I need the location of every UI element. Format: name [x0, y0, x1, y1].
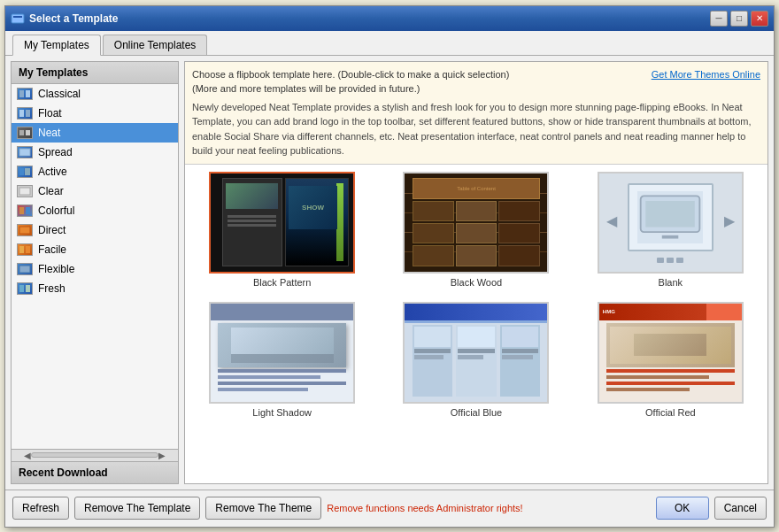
refresh-button[interactable]: Refresh [12, 497, 69, 520]
ob-header-accent [405, 320, 547, 323]
title-buttons: ─ □ ✕ [710, 11, 768, 27]
ob-line1 [414, 349, 451, 353]
or-t3 [606, 382, 735, 385]
ls-header [211, 304, 353, 321]
ls-t1 [218, 369, 346, 373]
thumb-inner-blank: ◀ ▶ [599, 173, 742, 272]
blank-arrow-left: ◀ [606, 212, 617, 229]
ls-t3 [218, 382, 346, 385]
svg-rect-3 [26, 90, 30, 97]
bw-cell4 [413, 223, 454, 243]
bp-line2 [228, 220, 276, 222]
list-item-fresh[interactable]: Fresh [12, 279, 178, 298]
ls-t4 [218, 388, 307, 391]
bp-page-left [222, 178, 282, 266]
svg-rect-13 [26, 207, 30, 214]
svg-rect-5 [26, 110, 30, 117]
tab-online-templates[interactable]: Online Templates [103, 35, 208, 55]
bp-lines [226, 213, 278, 261]
left-panel: My Templates Classical Float [11, 61, 179, 484]
scroll-right[interactable]: ▶ [158, 451, 166, 460]
bw-cell1 [413, 201, 454, 221]
close-button[interactable]: ✕ [751, 11, 768, 27]
get-more-themes-link[interactable]: Get More Themes Online [652, 67, 760, 96]
svg-rect-7 [26, 130, 30, 135]
list-icon-active [17, 166, 33, 178]
template-label-blank: Blank [659, 277, 683, 288]
ob-img2 [458, 327, 495, 347]
list-item-spread[interactable]: Spread [12, 143, 178, 162]
bp-person [226, 183, 278, 209]
or-t4 [606, 388, 690, 391]
ob-col3 [500, 325, 541, 397]
ob-header [405, 304, 547, 323]
ls-main-img [218, 323, 346, 367]
svg-rect-0 [12, 14, 24, 23]
svg-rect-18 [19, 285, 24, 292]
info-box-top: Choose a flipbook template here. (Double… [192, 67, 760, 96]
list-icon-direct [17, 224, 33, 236]
list-item-colorful[interactable]: Colorful [12, 201, 178, 220]
template-label-light-shadow: Light Shadow [252, 407, 312, 418]
template-thumb-official-red: HMG [598, 302, 744, 404]
ob-line3 [458, 349, 495, 353]
template-card-blank[interactable]: ◀ ▶ [581, 172, 760, 288]
or-header-right [706, 304, 742, 321]
scroll-left[interactable]: ◀ [24, 451, 31, 460]
tab-my-templates[interactable]: My Templates [12, 35, 101, 56]
template-thumb-official-blue [403, 302, 549, 404]
list-icon-facile [17, 243, 33, 256]
thumb-inner-bp: SHOW [211, 173, 353, 272]
bp-line3 [228, 224, 276, 227]
title-bar: Select a Template ─ □ ✕ [5, 6, 774, 31]
or-logo: HMG [603, 309, 615, 314]
bw-cell9 [498, 245, 540, 266]
warning-text: Remove functions needs Administrator rig… [327, 503, 650, 513]
template-card-official-blue[interactable]: Official Blue [386, 302, 566, 418]
list-item-neat[interactable]: Neat [12, 123, 178, 143]
svg-rect-12 [19, 207, 24, 214]
left-panel-header: My Templates [12, 62, 178, 84]
blank-tb3 [676, 258, 683, 263]
or-inner-img [610, 327, 731, 364]
cancel-button[interactable]: Cancel [714, 497, 767, 520]
maximize-button[interactable]: □ [730, 11, 748, 27]
template-card-light-shadow[interactable]: Light Shadow [192, 302, 372, 418]
list-label-colorful: Colorful [38, 204, 74, 217]
template-card-black-pattern[interactable]: SHOW Black Pattern [192, 172, 372, 288]
list-item-classical[interactable]: Classical [12, 84, 178, 104]
ok-button[interactable]: OK [656, 497, 709, 520]
template-label-black-wood: Black Wood [451, 277, 503, 288]
list-label-classical: Classical [38, 88, 81, 100]
template-label-official-red: Official Red [645, 407, 696, 418]
svg-rect-19 [26, 285, 30, 292]
template-card-black-wood[interactable]: Table of Content [386, 172, 566, 288]
ls-t2 [218, 375, 320, 379]
list-label-flexible: Flexible [38, 263, 74, 275]
list-icon-neat [17, 127, 33, 139]
bottom-bar: Refresh Remove The Template Remove The T… [5, 490, 774, 527]
list-label-float: Float [38, 107, 62, 120]
list-item-facile[interactable]: Facile [12, 240, 178, 259]
list-label-clear: Clear [38, 185, 64, 197]
minimize-button[interactable]: ─ [710, 11, 728, 27]
list-item-flexible[interactable]: Flexible [12, 259, 178, 279]
right-panel: Choose a flipbook template here. (Double… [184, 61, 768, 484]
list-icon-classical [17, 88, 33, 100]
ob-col1 [413, 325, 453, 397]
list-item-clear[interactable]: Clear [12, 181, 178, 201]
template-card-official-red[interactable]: HMG [581, 302, 760, 418]
list-icon-flexible [17, 263, 33, 275]
remove-template-button[interactable]: Remove The Template [74, 497, 200, 520]
list-item-active[interactable]: Active [12, 162, 178, 181]
svg-rect-2 [19, 90, 24, 97]
thumb-inner-bw: Table of Content [405, 173, 547, 272]
ob-line5 [502, 349, 539, 353]
bp-line1 [228, 215, 276, 218]
thumb-inner-or: HMG [599, 304, 742, 402]
remove-theme-button[interactable]: Remove The Theme [205, 497, 321, 520]
ob-line6 [502, 355, 533, 359]
horizontal-scrollbar[interactable]: ◀ ▶ [12, 449, 178, 461]
list-item-float[interactable]: Float [12, 104, 178, 123]
list-item-direct[interactable]: Direct [12, 220, 178, 240]
